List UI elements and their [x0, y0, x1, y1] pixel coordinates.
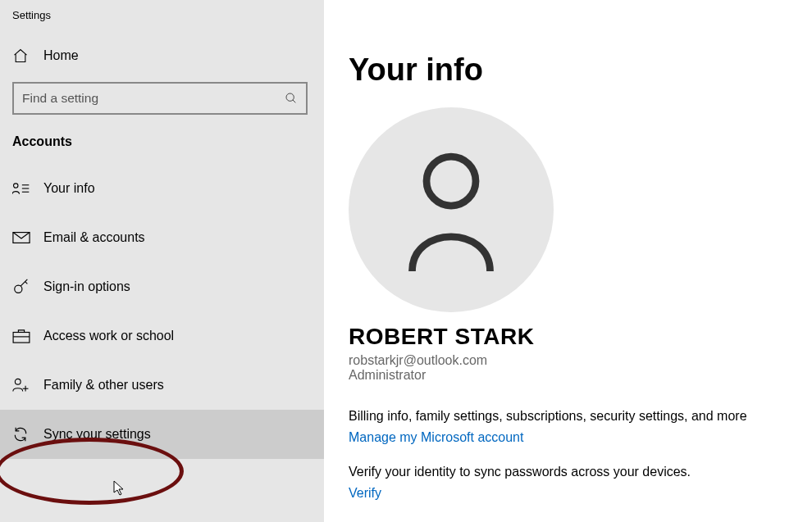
- avatar: [349, 107, 554, 312]
- svg-point-15: [427, 157, 476, 206]
- search-input[interactable]: [22, 91, 285, 106]
- svg-point-2: [14, 184, 18, 188]
- home-label: Home: [43, 48, 79, 63]
- sidebar-item-label: Sign-in options: [43, 279, 130, 294]
- svg-rect-10: [13, 333, 30, 343]
- key-icon: [12, 278, 34, 296]
- people-plus-icon: [12, 377, 34, 393]
- search-icon: [285, 92, 298, 105]
- sidebar-item-access-work-school[interactable]: Access work or school: [0, 311, 324, 361]
- person-icon: [398, 148, 504, 271]
- search-box[interactable]: [12, 82, 308, 115]
- home-nav-item[interactable]: Home: [0, 36, 324, 75]
- sidebar: Settings Home Accounts: [0, 0, 324, 522]
- user-role: Administrator: [349, 368, 787, 383]
- app-title: Settings: [0, 0, 324, 36]
- svg-line-1: [293, 100, 295, 102]
- user-email: robstarkjr@outlook.com: [349, 353, 787, 368]
- sidebar-item-label: Sync your settings: [43, 427, 151, 442]
- cursor-pointer-icon: [113, 480, 125, 497]
- sidebar-item-label: Your info: [43, 181, 95, 196]
- envelope-icon: [12, 231, 34, 244]
- svg-line-9: [25, 282, 28, 284]
- sidebar-item-family-other-users[interactable]: Family & other users: [0, 361, 324, 410]
- sidebar-item-label: Email & accounts: [43, 230, 145, 245]
- person-card-icon: [12, 180, 34, 197]
- svg-point-7: [15, 285, 22, 293]
- manage-account-link[interactable]: Manage my Microsoft account: [349, 430, 523, 445]
- sidebar-item-sign-in-options[interactable]: Sign-in options: [0, 262, 324, 311]
- main-content: Your info ROBERT STARK robstarkjr@outloo…: [324, 0, 812, 522]
- briefcase-icon: [12, 329, 34, 343]
- verify-link[interactable]: Verify: [349, 486, 381, 501]
- sidebar-item-sync-your-settings[interactable]: Sync your settings: [0, 410, 324, 459]
- sidebar-item-label: Family & other users: [43, 378, 164, 393]
- verify-description: Verify your identity to sync passwords a…: [349, 465, 787, 479]
- home-icon: [12, 48, 34, 64]
- sync-icon: [12, 426, 34, 443]
- section-header-accounts: Accounts: [0, 129, 324, 164]
- sidebar-item-label: Access work or school: [43, 329, 174, 343]
- billing-description: Billing info, family settings, subscript…: [349, 409, 787, 424]
- user-name: ROBERT STARK: [349, 324, 787, 350]
- page-title: Your info: [349, 52, 787, 88]
- svg-point-0: [286, 93, 294, 101]
- sidebar-item-your-info[interactable]: Your info: [0, 164, 324, 213]
- sidebar-item-email-accounts[interactable]: Email & accounts: [0, 213, 324, 262]
- svg-point-12: [15, 379, 21, 384]
